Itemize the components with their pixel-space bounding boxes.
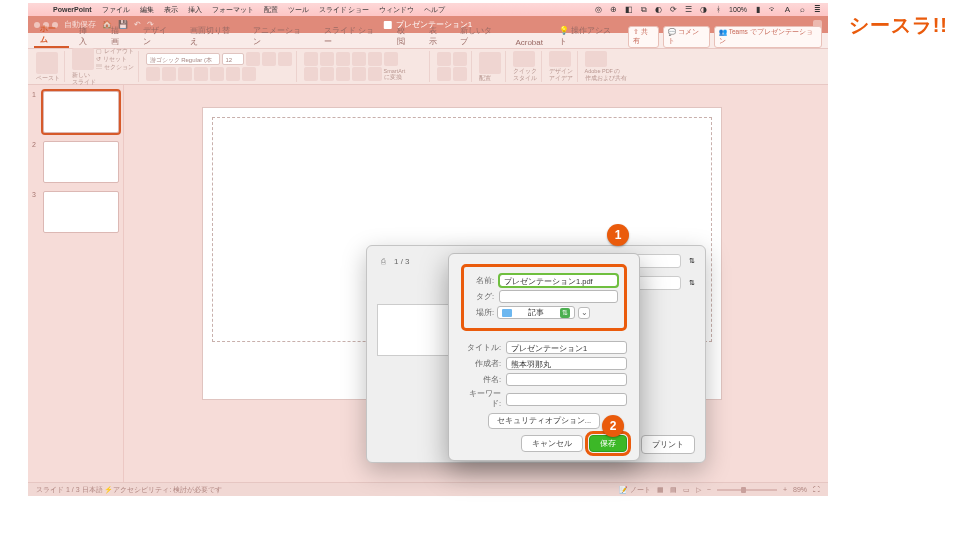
highlight-icon[interactable] bbox=[226, 67, 240, 81]
zoom-pct[interactable]: 89% bbox=[793, 486, 807, 493]
tag-input[interactable] bbox=[499, 290, 618, 303]
clear-format-icon[interactable] bbox=[278, 52, 292, 66]
adobe-pdf-icon[interactable] bbox=[585, 51, 607, 67]
arrange-icon[interactable] bbox=[479, 52, 501, 74]
strike-icon[interactable] bbox=[194, 67, 208, 81]
bullets-icon[interactable] bbox=[304, 52, 318, 66]
tab-acrobat[interactable]: Acrobat bbox=[509, 36, 549, 48]
slide-canvas[interactable]: ⎙ 1 / 3 ...G30 series ⇅ ...NE ⇅ キャンセル プリ… bbox=[124, 85, 828, 482]
wifi-icon[interactable]: ᯤ bbox=[768, 5, 777, 14]
title-input[interactable]: プレゼンテーション1 bbox=[506, 341, 627, 354]
home-icon[interactable]: 🏠 bbox=[102, 20, 112, 29]
tag-label: タグ: bbox=[470, 292, 494, 302]
align-r-icon[interactable] bbox=[336, 67, 350, 81]
quickstyle-icon[interactable] bbox=[513, 51, 535, 67]
updown-icon: ⇅ bbox=[560, 308, 570, 318]
apple-icon[interactable] bbox=[34, 5, 43, 14]
section-btn[interactable]: ▤ セクション bbox=[96, 64, 134, 71]
thumbnail-1[interactable] bbox=[43, 91, 119, 133]
menu-file[interactable]: ファイル bbox=[102, 5, 130, 15]
indent-dec-icon[interactable] bbox=[336, 52, 350, 66]
menubar-app[interactable]: PowerPoint bbox=[53, 6, 92, 13]
align-l-icon[interactable] bbox=[304, 67, 318, 81]
tab-transitions[interactable]: 画面切り替え bbox=[184, 23, 243, 48]
sheet-print-button[interactable]: プリント bbox=[641, 435, 695, 454]
numbering-icon[interactable] bbox=[320, 52, 334, 66]
bold-icon[interactable] bbox=[146, 67, 160, 81]
location-select[interactable]: 記事⇅ bbox=[497, 306, 575, 319]
shape-icon[interactable] bbox=[437, 52, 451, 66]
save-icon[interactable]: 💾 bbox=[118, 20, 128, 29]
inc-font-icon[interactable] bbox=[246, 52, 260, 66]
view-slideshow-icon[interactable]: ▷ bbox=[696, 486, 701, 494]
shape-icon[interactable] bbox=[453, 52, 467, 66]
underline-icon[interactable] bbox=[178, 67, 192, 81]
dropbox-icon[interactable]: ⧉ bbox=[639, 5, 648, 14]
align-j-icon[interactable] bbox=[352, 67, 366, 81]
undo-icon[interactable]: ↶ bbox=[134, 20, 141, 29]
printer-updown-icon[interactable]: ⇅ bbox=[689, 257, 695, 265]
subject-input[interactable] bbox=[506, 373, 627, 386]
view-normal-icon[interactable]: ▦ bbox=[657, 486, 664, 494]
menu-tools[interactable]: ツール bbox=[288, 5, 309, 15]
italic-icon[interactable] bbox=[162, 67, 176, 81]
ime-icon[interactable]: A bbox=[783, 5, 792, 14]
expand-button[interactable]: ⌄ bbox=[578, 307, 590, 319]
comments-button[interactable]: 💬 コメント bbox=[663, 26, 710, 48]
font-color-icon[interactable] bbox=[242, 67, 256, 81]
align-c-icon[interactable] bbox=[320, 67, 334, 81]
redo-icon[interactable]: ↷ bbox=[147, 20, 154, 29]
paste-icon[interactable] bbox=[36, 52, 58, 74]
indent-inc-icon[interactable] bbox=[352, 52, 366, 66]
bluetooth-icon[interactable]: ᚼ bbox=[714, 5, 723, 14]
reset-btn[interactable]: ↺ リセット bbox=[96, 56, 134, 63]
design-ideas-icon[interactable] bbox=[549, 51, 571, 67]
line-spacing-icon[interactable] bbox=[368, 52, 382, 66]
ribbon: ペースト ▢ レイアウト ↺ リセット ▤ セクション 新しい スライド 游ゴシ… bbox=[28, 49, 828, 85]
shape-icon[interactable] bbox=[437, 67, 451, 81]
share-button[interactable]: ⇧ 共有 bbox=[628, 26, 659, 48]
tab-design[interactable]: デザイン bbox=[137, 23, 180, 48]
new-slide-icon[interactable] bbox=[72, 48, 94, 70]
preset-updown-icon[interactable]: ⇅ bbox=[689, 279, 695, 287]
teams-button[interactable]: 👥 Teams でプレゼンテーション bbox=[714, 26, 822, 48]
save-button[interactable]: 保存 bbox=[589, 435, 627, 452]
layout-btn[interactable]: ▢ レイアウト bbox=[96, 48, 134, 55]
shape-icon[interactable] bbox=[453, 67, 467, 81]
menu-help[interactable]: ヘルプ bbox=[424, 5, 445, 15]
tell-me[interactable]: 💡 操作アシスト bbox=[553, 23, 624, 48]
thumbnail-2[interactable] bbox=[43, 141, 119, 183]
autosave-toggle[interactable]: 自動保存 bbox=[64, 19, 96, 30]
tab-slideshow[interactable]: スライド ショー bbox=[318, 23, 387, 48]
menu-edit[interactable]: 編集 bbox=[140, 5, 154, 15]
text-dir-icon[interactable] bbox=[384, 52, 398, 66]
menu-window[interactable]: ウィンドウ bbox=[379, 5, 414, 15]
notes-button[interactable]: 📝 ノート bbox=[619, 485, 651, 495]
view-sorter-icon[interactable]: ▤ bbox=[670, 486, 677, 494]
filename-input[interactable]: プレゼンテーション1.pdf bbox=[499, 274, 618, 287]
search-icon[interactable]: ⌕ bbox=[798, 5, 807, 14]
fit-icon[interactable]: ⛶ bbox=[813, 486, 820, 493]
control-center-icon[interactable]: ≣ bbox=[813, 5, 822, 14]
doc-icon bbox=[384, 21, 392, 29]
menu-slideshow[interactable]: スライド ショー bbox=[319, 5, 370, 15]
security-options-button[interactable]: セキュリティオプション... bbox=[488, 413, 600, 429]
dec-font-icon[interactable] bbox=[262, 52, 276, 66]
status-icon: ◎ bbox=[594, 5, 603, 14]
shadow-icon[interactable] bbox=[210, 67, 224, 81]
author-input[interactable]: 熊本羽那丸 bbox=[506, 357, 627, 370]
font-size[interactable]: 12 bbox=[222, 53, 244, 65]
menu-arrange[interactable]: 配置 bbox=[264, 5, 278, 15]
menu-insert[interactable]: 挿入 bbox=[188, 5, 202, 15]
cancel-button[interactable]: キャンセル bbox=[521, 435, 583, 452]
menu-view[interactable]: 表示 bbox=[164, 5, 178, 15]
view-reading-icon[interactable]: ▭ bbox=[683, 486, 690, 494]
zoom-slider[interactable] bbox=[717, 489, 777, 491]
font-select[interactable]: 游ゴシック Regular (本文) bbox=[146, 53, 220, 65]
keywords-input[interactable] bbox=[506, 393, 627, 406]
smartart-btn[interactable]: SmartArt に変換 bbox=[384, 68, 406, 81]
thumbnail-3[interactable] bbox=[43, 191, 119, 233]
columns-icon[interactable] bbox=[368, 67, 382, 81]
tab-animations[interactable]: アニメーション bbox=[247, 23, 314, 48]
menu-format[interactable]: フォーマット bbox=[212, 5, 254, 15]
